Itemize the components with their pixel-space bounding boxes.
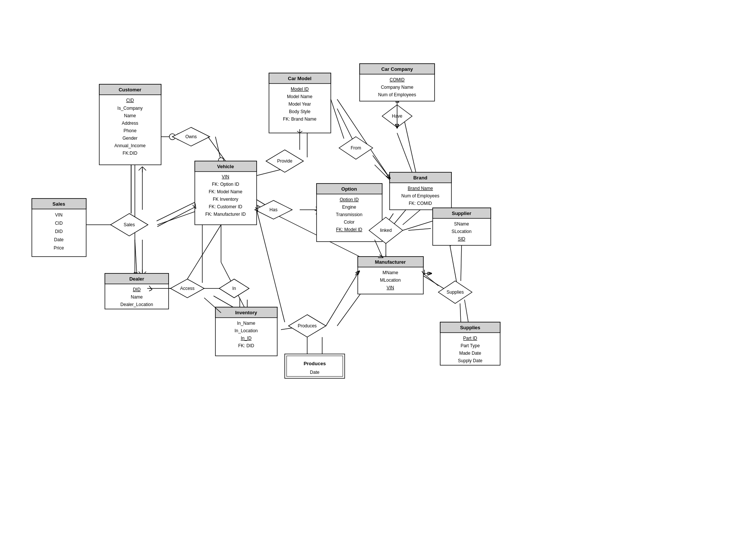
inventory-pk: In_ID xyxy=(241,336,252,341)
sales-attr-did: DID xyxy=(55,229,63,234)
supplies-attr3: Supply Date xyxy=(458,358,483,363)
vehicle-attr3: FK Inventory xyxy=(213,197,238,202)
customer-attr4: Phone xyxy=(124,128,137,133)
option-attr2: Transmission xyxy=(336,212,363,217)
customer-attr3: Address xyxy=(122,121,138,126)
svg-line-123 xyxy=(187,225,221,279)
svg-line-56 xyxy=(337,99,393,184)
sales-entity: Sales VIN CID DID Date Price xyxy=(32,199,86,257)
svg-line-120 xyxy=(326,273,358,326)
produces-rel-label: Produces xyxy=(298,323,317,329)
carcompany-attr1: Company Name xyxy=(381,85,414,90)
carcompany-entity: Car Company COMID Company Name Num of Em… xyxy=(360,64,435,101)
produces-title: Produces xyxy=(303,361,326,366)
carmodel-attr3: Body Style xyxy=(289,109,311,114)
inventory-title: Inventory xyxy=(235,310,257,315)
inventory-attr2: In_Location xyxy=(235,328,258,333)
carmodel-attr4: FK: Brand Name xyxy=(283,116,317,122)
svg-line-50 xyxy=(450,243,457,285)
svg-line-108 xyxy=(331,99,344,139)
vehicle-title: Vehicle xyxy=(217,164,234,169)
svg-line-3 xyxy=(142,167,146,170)
linked-rel-label: linked xyxy=(380,228,391,233)
has-rel-label: Has xyxy=(269,207,277,212)
option-title: Option xyxy=(341,186,357,192)
manufacturer-attr2: MLocation xyxy=(380,278,400,283)
customer-pk: CID xyxy=(126,98,134,103)
vehicle-attr5: FK: Manufacturer ID xyxy=(205,212,246,217)
supplier-attr2: SLocation xyxy=(451,229,471,234)
manufacturer-attr1: MName xyxy=(382,270,398,275)
customer-entity: Customer CID Is_Company Name Address Pho… xyxy=(99,84,161,165)
in-rel-label: In xyxy=(232,286,236,291)
svg-line-137 xyxy=(157,207,195,227)
customer-attr6: Annual_Income xyxy=(114,143,146,148)
svg-line-52 xyxy=(465,300,468,322)
svg-line-13 xyxy=(215,137,221,161)
brand-pk: Brand Name xyxy=(408,186,433,191)
from-relationship: From xyxy=(339,137,373,159)
dealer-attr2: Dealer_Location xyxy=(120,302,153,307)
from-rel-label: From xyxy=(351,145,361,151)
dealer-attr1: Name xyxy=(131,294,143,300)
carmodel-attr2: Model Year xyxy=(288,102,311,107)
carcompany-title: Car Company xyxy=(381,66,413,72)
dealer-entity: Dealer DID Name Dealer_Location xyxy=(105,273,169,309)
vehicle-entity: Vehicle VIN FK: Option ID FK: Model Name… xyxy=(195,161,257,225)
carcompany-attr2: Num of Employees xyxy=(378,92,416,97)
produces-relationship: Produces xyxy=(288,315,326,337)
svg-line-109 xyxy=(403,210,420,225)
sales-rel-label: Sales xyxy=(124,222,135,227)
dealer-title: Dealer xyxy=(129,276,144,282)
option-attr3: Color xyxy=(344,220,355,225)
er-diagram: Sales VIN CID DID Date Price Customer CI… xyxy=(0,0,756,557)
vehicle-attr1: FK: Option ID xyxy=(212,182,239,187)
svg-line-103 xyxy=(373,155,390,178)
inventory-attr3: FK: DID xyxy=(238,343,254,348)
sales-title: Sales xyxy=(52,201,65,207)
provide-relationship: Provide xyxy=(266,150,303,172)
has-relationship: Has xyxy=(255,200,292,219)
customer-title: Customer xyxy=(119,87,142,93)
carmodel-pk: Model ID xyxy=(291,87,309,92)
svg-line-110 xyxy=(375,240,382,257)
produces-entity: Produces Date xyxy=(285,354,345,378)
sales-attr-vin: VIN xyxy=(55,212,63,218)
supplies-rel-label: Supplies xyxy=(447,290,464,295)
svg-line-115 xyxy=(461,245,462,281)
brand-attr2: FK: COMID xyxy=(409,201,432,206)
manufacturer-title: Manufacturer xyxy=(375,259,406,265)
supplies-entity: Supplies Part ID Part Type Made Date Sup… xyxy=(440,322,500,365)
supplies-attr2: Made Date xyxy=(459,351,481,356)
svg-line-135 xyxy=(204,298,221,313)
svg-line-102 xyxy=(405,122,416,172)
manufacturer-entity: Manufacturer MName MLocation VIN xyxy=(358,257,423,294)
supplies-relationship: Supplies xyxy=(438,281,472,303)
customer-attr7: FK:DID xyxy=(123,151,137,156)
dealer-pk: DID xyxy=(133,287,141,292)
option-pk: Option ID xyxy=(340,197,359,202)
vehicle-attr2: FK: Model Name xyxy=(209,189,242,194)
inventory-entity: Inventory In_Name In_Location In_ID FK: … xyxy=(215,307,277,356)
manufacturer-pk: VIN xyxy=(387,285,394,290)
customer-attr2: Name xyxy=(124,113,136,118)
customer-attr5: Gender xyxy=(123,136,137,141)
carmodel-entity: Car Model Model ID Model Name Model Year… xyxy=(269,73,331,133)
supplier-attr1: SName xyxy=(454,221,469,227)
provide-rel-label: Provide xyxy=(277,158,293,164)
supplier-title: Supplier xyxy=(452,211,471,216)
svg-line-119 xyxy=(460,303,461,322)
sales-attr-price: Price xyxy=(54,245,64,251)
svg-line-136 xyxy=(208,137,226,161)
supplies-attr1: Part Type xyxy=(460,343,480,348)
vehicle-pk: VIN xyxy=(222,174,229,179)
supplies-title: Supplies xyxy=(460,325,480,330)
option-attr4: FK: Model ID xyxy=(336,227,362,232)
brand-title: Brand xyxy=(413,175,427,181)
brand-entity: Brand Brand Name Num of Employees FK: CO… xyxy=(390,172,451,210)
in-relationship: In xyxy=(219,279,249,298)
owns-relationship: Owns xyxy=(172,127,210,146)
carmodel-attr1: Model Name xyxy=(287,94,312,99)
svg-line-140 xyxy=(257,210,285,322)
option-attr1: Engine xyxy=(342,205,356,210)
